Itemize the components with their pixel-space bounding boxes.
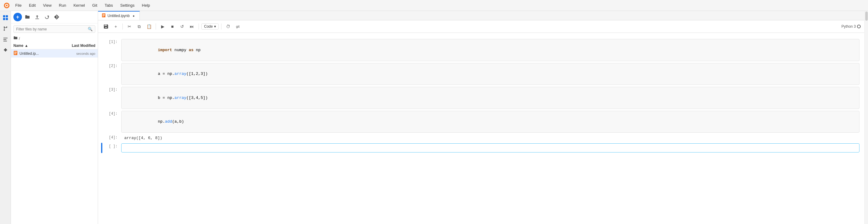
paste-button[interactable]: 📋 [145, 22, 153, 31]
file-toolbar: + [11, 11, 98, 24]
list-item[interactable]: Untitled.ip... seconds ago [11, 49, 98, 58]
keyword-import: import [158, 48, 172, 52]
func-array-2: array [175, 71, 186, 76]
add-cell-button[interactable]: + [112, 22, 120, 31]
app-logo [2, 1, 11, 10]
menu-help[interactable]: Help [139, 2, 153, 9]
file-list-header: Name ▲ Last Modified [11, 42, 98, 49]
breadcrumb: / [11, 35, 98, 42]
run-button[interactable]: ▶ [158, 22, 167, 31]
file-name: Untitled.ip... [20, 52, 65, 56]
stop-button[interactable]: ■ [168, 22, 177, 31]
column-modified[interactable]: Last Modified [65, 43, 95, 48]
menu-kernel[interactable]: Kernel [70, 2, 88, 9]
git-button[interactable] [52, 13, 61, 21]
sidebar-toc-icon[interactable] [1, 35, 10, 44]
tab-close-button[interactable]: ● [131, 14, 136, 18]
menu-git[interactable]: Git [89, 2, 100, 9]
cell-3-label: [3]: [103, 87, 121, 92]
upload-button[interactable] [33, 13, 41, 21]
search-bar[interactable]: 🔍 [13, 25, 95, 33]
sidebar-files-icon[interactable] [1, 13, 10, 22]
separator-3 [198, 24, 199, 30]
cell-5-input[interactable] [121, 143, 860, 153]
svg-rect-6 [6, 18, 8, 20]
menu-tabs[interactable]: Tabs [101, 2, 116, 9]
breadcrumb-path: / [19, 36, 20, 41]
svg-rect-5 [3, 18, 5, 20]
cell-4-input[interactable]: np.add(a,b) [121, 111, 860, 133]
tab-name: Untitled.ipynb [107, 14, 130, 18]
cell-2-content: a = np.array([1,2,3]) [121, 63, 860, 85]
separator-1 [122, 24, 123, 30]
cell-1-content: import numpy as np [121, 39, 860, 61]
new-launcher-button[interactable]: + [13, 13, 22, 21]
cell-2[interactable]: [2]: a = np.array([1,2,3]) [98, 62, 864, 86]
time-button[interactable]: ⏱ [224, 22, 232, 31]
cell-type-chevron: ▾ [214, 24, 216, 29]
cell-type-label: Code [204, 24, 213, 29]
menu-settings[interactable]: Settings [117, 2, 138, 9]
menu-file[interactable]: File [12, 2, 25, 9]
func-array-3: array [175, 96, 186, 100]
cell-type-select[interactable]: Code ▾ [201, 24, 219, 30]
svg-rect-17 [14, 52, 17, 52]
sidebar-extensions-icon[interactable] [1, 46, 10, 55]
separator-2 [156, 24, 156, 30]
menu-run[interactable]: Run [56, 2, 69, 9]
cell-4-label: [4]: [103, 111, 121, 116]
menu-view[interactable]: View [40, 2, 55, 9]
svg-rect-18 [14, 53, 17, 53]
cell-3[interactable]: [3]: b = np.array([3,4,5]) [98, 86, 864, 109]
sort-icon: ▲ [25, 43, 28, 48]
svg-rect-12 [3, 38, 8, 38]
cell-2-input[interactable]: a = np.array([1,2,3]) [121, 63, 860, 85]
copy-button[interactable]: ⧉ [135, 22, 144, 31]
column-name[interactable]: Name ▲ [13, 43, 65, 48]
cell-1-label: [1]: [103, 39, 121, 44]
scrollbar[interactable] [864, 11, 868, 224]
cell-4[interactable]: [4]: np.add(a,b) [98, 110, 864, 134]
cell-5-label: [ ]: [103, 143, 121, 149]
cell-3-input[interactable]: b = np.array([3,4,5]) [121, 87, 860, 109]
save-button[interactable] [102, 22, 110, 31]
restart-button[interactable]: ↺ [178, 22, 186, 31]
cell-5[interactable]: [ ]: [98, 143, 864, 153]
file-browser-panel: + [11, 11, 98, 224]
new-folder-button[interactable] [23, 13, 32, 21]
svg-rect-19 [14, 54, 16, 54]
menu-edit[interactable]: Edit [26, 2, 39, 9]
keyword-as: as [189, 48, 194, 52]
kernel-info: Python 3 [841, 24, 861, 29]
svg-point-2 [6, 5, 8, 6]
scrollbar-thumb[interactable] [865, 11, 868, 21]
cells-container: [1]: import numpy as np [2]: a = np.arra… [98, 33, 864, 224]
cell-1[interactable]: [1]: import numpy as np [98, 38, 864, 62]
cell-3-content: b = np.array([3,4,5]) [121, 87, 860, 109]
svg-rect-14 [3, 41, 7, 41]
search-icon: 🔍 [88, 27, 93, 31]
cell-2-label: [2]: [103, 63, 121, 68]
cell-4-content: np.add(a,b) [121, 111, 860, 133]
notebook-toolbar: + ✂ ⧉ 📋 ▶ ■ ↺ ⏭ Code ▾ ⏱ git [98, 21, 864, 33]
svg-rect-23 [103, 16, 104, 16]
notebook-icon [13, 51, 18, 56]
search-input[interactable] [16, 27, 88, 31]
svg-point-9 [4, 30, 5, 31]
restart-run-button[interactable]: ⏭ [188, 22, 196, 31]
svg-rect-3 [3, 15, 5, 18]
cut-button[interactable]: ✂ [125, 22, 134, 31]
func-add: add [165, 119, 172, 124]
active-cell-indicator [101, 143, 102, 153]
svg-rect-13 [3, 39, 6, 40]
tab-notebook[interactable]: Untitled.ipynb ● [98, 11, 140, 20]
cell-1-input[interactable]: import numpy as np [121, 39, 860, 61]
cell-4-output: [4]: array([4, 6, 8]) [98, 134, 864, 142]
refresh-button[interactable] [43, 13, 51, 21]
git-nb-button[interactable]: git [234, 22, 242, 31]
sidebar-git-icon[interactable] [1, 24, 10, 33]
kernel-status-circle [857, 25, 861, 28]
svg-rect-15 [35, 19, 39, 19]
cell-4-output-label: [4]: [103, 134, 121, 140]
kernel-name: Python 3 [841, 24, 856, 29]
